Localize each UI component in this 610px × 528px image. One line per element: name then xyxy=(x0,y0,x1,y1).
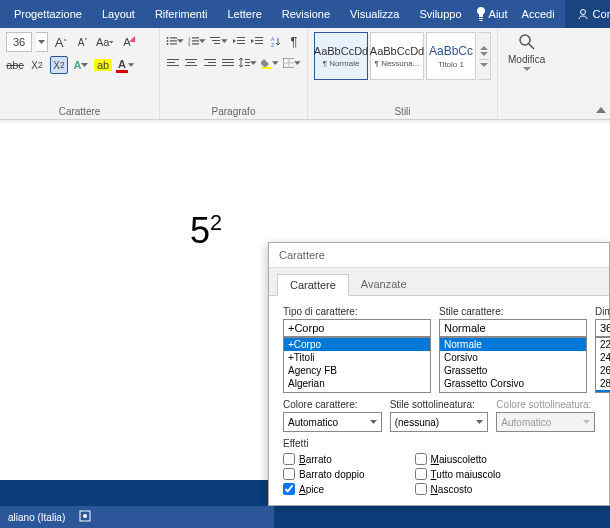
font-size-listbox[interactable]: 22 24 26 28 36 xyxy=(595,337,610,393)
font-color-select[interactable]: Automatico xyxy=(283,412,382,432)
style-nessuna[interactable]: AaBbCcDd ¶ Nessuna... xyxy=(370,32,424,80)
align-center-button[interactable] xyxy=(184,54,198,72)
list-item[interactable]: +Titoli xyxy=(284,351,430,364)
change-case-button[interactable]: Aa xyxy=(96,33,114,51)
tab-visualizza[interactable]: Visualizza xyxy=(340,0,409,28)
editing-label: Modifica xyxy=(508,54,545,65)
show-marks-button[interactable]: ¶ xyxy=(287,32,301,50)
superscript-button[interactable]: X2 xyxy=(50,56,68,74)
dialog-tab-avanzate[interactable]: Avanzate xyxy=(349,274,419,295)
list-item[interactable]: Grassetto Corsivo xyxy=(440,377,586,390)
svg-rect-27 xyxy=(185,59,197,60)
line-spacing-button[interactable] xyxy=(239,54,257,72)
tab-progettazione[interactable]: Progettazione xyxy=(4,0,92,28)
svg-rect-2 xyxy=(170,37,177,38)
chevron-down-icon xyxy=(476,420,483,425)
double-strikethrough-checkbox[interactable]: Barrato doppio xyxy=(283,468,365,480)
strikethrough-checkbox[interactable]: Barrato xyxy=(283,453,365,465)
align-center-icon xyxy=(185,58,197,68)
decrease-indent-button[interactable] xyxy=(232,32,246,50)
underline-style-label: Stile sottolineatura: xyxy=(390,399,489,410)
borders-button[interactable] xyxy=(283,54,301,72)
highlight-button[interactable]: ab xyxy=(94,56,112,74)
list-item[interactable]: 24 xyxy=(596,351,610,364)
svg-rect-20 xyxy=(255,40,263,41)
allcaps-checkbox[interactable]: Tutto maiuscolo xyxy=(415,468,501,480)
list-item[interactable]: 26 xyxy=(596,364,610,377)
list-item[interactable]: Grassetto xyxy=(440,364,586,377)
font-style-input[interactable] xyxy=(439,319,587,337)
superscript-checkbox[interactable]: Apice xyxy=(283,483,365,495)
collapse-ribbon-button[interactable] xyxy=(596,104,606,115)
text-effects-button[interactable]: A xyxy=(72,56,90,74)
language-indicator[interactable]: aliano (Italia) xyxy=(8,512,65,523)
list-item[interactable]: 36 xyxy=(596,390,610,393)
clear-formatting-button[interactable]: A◢ xyxy=(118,33,136,51)
underline-style-select[interactable]: (nessuna) xyxy=(390,412,489,432)
list-item[interactable]: Algerian xyxy=(284,377,430,390)
hidden-checkbox[interactable]: Nascosto xyxy=(415,483,501,495)
style-normale[interactable]: AaBbCcDd ¶ Normale xyxy=(314,32,368,80)
list-item[interactable]: 28 xyxy=(596,377,610,390)
find-button[interactable] xyxy=(517,32,537,52)
tab-revisione[interactable]: Revisione xyxy=(272,0,340,28)
font-color-button[interactable]: A xyxy=(116,56,134,74)
increase-indent-button[interactable] xyxy=(250,32,264,50)
bullets-button[interactable] xyxy=(166,32,184,50)
font-style-listbox[interactable]: Normale Corsivo Grassetto Grassetto Cors… xyxy=(439,337,587,393)
svg-rect-12 xyxy=(192,43,199,44)
tell-me-button[interactable]: Aiut xyxy=(472,7,512,21)
style-preview: AaBbCcDd xyxy=(314,45,368,57)
editing-group: Modifica xyxy=(498,28,555,119)
macro-recording-button[interactable] xyxy=(79,510,91,524)
shrink-font-button[interactable]: A˅ xyxy=(74,33,92,51)
dialog-tab-carattere[interactable]: Carattere xyxy=(277,274,349,296)
sort-icon: AZ xyxy=(271,36,281,47)
font-type-label: Tipo di carattere: xyxy=(283,306,431,317)
smallcaps-checkbox[interactable]: Maiuscoletto xyxy=(415,453,501,465)
share-button[interactable]: Condividi xyxy=(565,0,610,28)
list-item[interactable]: Corsivo xyxy=(440,351,586,364)
svg-rect-8 xyxy=(192,37,199,38)
person-icon xyxy=(577,8,589,20)
align-left-button[interactable] xyxy=(166,54,180,72)
tab-layout[interactable]: Layout xyxy=(92,0,145,28)
font-style-label: Stile carattere: xyxy=(439,306,587,317)
styles-gallery: AaBbCcDd ¶ Normale AaBbCcDd ¶ Nessuna...… xyxy=(314,32,491,80)
align-right-button[interactable] xyxy=(203,54,217,72)
list-item[interactable]: Normale xyxy=(440,338,586,351)
chevron-down-icon xyxy=(480,52,488,56)
align-justify-icon xyxy=(222,58,234,68)
tab-sviluppo[interactable]: Sviluppo xyxy=(409,0,471,28)
tab-riferimenti[interactable]: Riferimenti xyxy=(145,0,218,28)
multilevel-list-button[interactable] xyxy=(210,32,228,50)
svg-rect-33 xyxy=(222,59,234,60)
styles-group: AaBbCcDd ¶ Normale AaBbCcDd ¶ Nessuna...… xyxy=(308,28,498,119)
font-type-listbox[interactable]: +Corpo +Titoli Agency FB Algerian Arial xyxy=(283,337,431,393)
font-type-input[interactable] xyxy=(283,319,431,337)
list-item[interactable]: 22 xyxy=(596,338,610,351)
numbering-button[interactable]: 123 xyxy=(188,32,206,50)
chevron-down-icon xyxy=(128,63,134,68)
svg-point-0 xyxy=(580,10,585,15)
grow-font-button[interactable]: A˄ xyxy=(52,33,70,51)
svg-rect-18 xyxy=(237,43,245,44)
font-size-input[interactable]: 36 xyxy=(6,32,32,52)
list-item[interactable]: Agency FB xyxy=(284,364,430,377)
sort-button[interactable]: AZ xyxy=(269,32,283,50)
chevron-down-icon xyxy=(109,40,114,45)
svg-rect-24 xyxy=(167,59,179,60)
tab-lettere[interactable]: Lettere xyxy=(218,0,272,28)
list-item[interactable]: +Corpo xyxy=(284,338,430,351)
styles-more-button[interactable] xyxy=(478,32,491,80)
strikethrough-button[interactable]: abc xyxy=(6,56,24,74)
align-justify-button[interactable] xyxy=(221,54,235,72)
search-icon xyxy=(517,32,537,52)
font-size-dropdown[interactable] xyxy=(36,32,48,52)
font-size-input2[interactable] xyxy=(595,319,610,337)
subscript-button[interactable]: X2 xyxy=(28,56,46,74)
style-titolo1[interactable]: AaBbCc Titolo 1 xyxy=(426,32,476,80)
shading-button[interactable] xyxy=(261,54,279,72)
account-sign-in[interactable]: Accedi xyxy=(512,8,565,20)
list-item[interactable]: Arial xyxy=(284,390,430,393)
